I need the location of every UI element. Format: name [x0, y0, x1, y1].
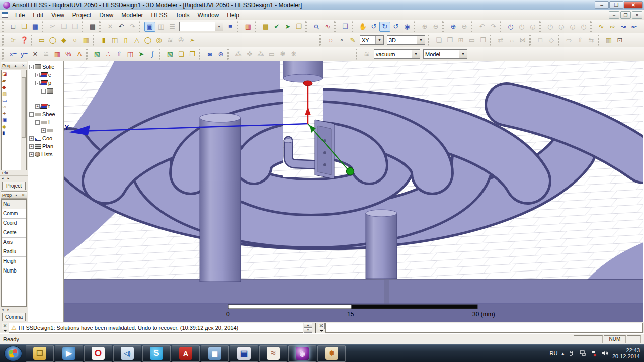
open-box-button[interactable]: ❏ [176, 49, 187, 59]
expand-icon[interactable]: + [35, 73, 40, 77]
restore-button[interactable]: ❐ [609, 1, 623, 9]
menu-item[interactable]: Window [194, 11, 223, 20]
pin-icon[interactable]: ▴ [14, 193, 18, 197]
draw-line-button[interactable]: ∿ [596, 22, 607, 32]
taskbar-save-utility[interactable]: ▤ [230, 345, 258, 362]
view-combo[interactable]: 3D▾ [387, 35, 425, 45]
expand-icon[interactable]: + [41, 128, 46, 133]
tree-item-sheet[interactable]: + [29, 126, 63, 134]
menu-item[interactable]: Tools [172, 11, 194, 20]
anim1-button[interactable]: ◴ [545, 22, 556, 32]
spin-down-icon[interactable]: ▼ [304, 328, 312, 333]
project-scrollbar[interactable] [21, 70, 26, 170]
history-fwd-button[interactable]: ◵ [527, 22, 538, 32]
draw-box-button[interactable]: ▦ [80, 35, 92, 45]
project-tree-icon[interactable]: ◆ [2, 123, 6, 130]
clock[interactable]: 22:43 20.12.2014 [612, 347, 640, 359]
selection-combo[interactable]: ▾ [179, 22, 223, 31]
rotate-axis-button[interactable]: ↺ [390, 22, 401, 32]
uncover-faces-button[interactable]: ◇ [546, 35, 557, 45]
plane-combo[interactable]: XY▾ [360, 35, 384, 45]
taskbar-skype[interactable]: S [142, 345, 171, 362]
bool-intersect-button[interactable]: ⊞ [455, 35, 466, 45]
menu-item[interactable]: Help [223, 11, 244, 20]
check-setup-button[interactable]: ▤ [260, 22, 271, 32]
taskbar-media-player[interactable]: ▶ [55, 345, 83, 362]
columns-button[interactable]: ▥ [52, 49, 63, 59]
bool-split-button[interactable]: ▭ [466, 35, 477, 45]
delete-button[interactable]: ✕ [105, 22, 116, 32]
components-button[interactable]: ∴ [103, 49, 114, 59]
menu-item[interactable]: Edit [29, 11, 47, 20]
stackup-button[interactable]: ≋ [361, 49, 372, 59]
mdi-close-button[interactable]: ✕ [632, 11, 642, 19]
draw-polygon-button[interactable]: ◆ [58, 35, 69, 45]
taskbar-adobe-reader[interactable]: A [172, 345, 200, 362]
snap3-button[interactable]: ⁂ [255, 49, 266, 59]
project-tree-icon[interactable]: ≋ [2, 104, 6, 110]
snap5-button[interactable]: ❃ [277, 49, 288, 59]
action-center-flag-icon[interactable] [590, 350, 597, 357]
material-box-button[interactable]: ▥ [603, 35, 614, 45]
view-undo-button[interactable]: ↶ [476, 22, 488, 32]
snap2-button[interactable]: ✜ [244, 49, 255, 59]
bool-imprint-button[interactable]: ❒ [477, 35, 489, 45]
model-combo[interactable]: Model▾ [423, 49, 467, 59]
print-button[interactable]: ▤ [87, 22, 98, 32]
tree-item-object[interactable]: - [29, 87, 63, 95]
local-variables-button[interactable]: x= [8, 49, 19, 59]
context-help-button[interactable]: ❓ [19, 35, 30, 45]
bool-unite-button[interactable]: ❏ [433, 35, 444, 45]
open-button[interactable]: ❒ [19, 22, 30, 32]
mdi-restore-button[interactable]: ❐ [620, 11, 631, 19]
expand-icon[interactable]: + [29, 136, 34, 141]
project-hscroll[interactable]: ◂ ▸ [0, 175, 28, 181]
anim2-button[interactable]: ◵ [556, 22, 567, 32]
message-close-button[interactable]: ✕ [2, 323, 8, 329]
expand-icon[interactable]: + [29, 152, 34, 157]
tab-command[interactable]: Comma [2, 313, 26, 321]
align-x-button[interactable]: ⇨ [564, 35, 575, 45]
panel-divider[interactable] [313, 323, 316, 333]
cover-lines-button[interactable]: □ [535, 35, 546, 45]
taskbar-opera[interactable]: O [84, 345, 112, 362]
project-tree-icon[interactable]: ▭ [2, 97, 7, 104]
tree-item-coordinate-systems[interactable]: + Coo [29, 134, 63, 142]
properties-table[interactable]: Na CommCoordCenteAxisRadiuHeighNumb [1, 199, 27, 307]
project-tree-icon[interactable]: ▮ [2, 130, 5, 136]
draw-polyhedron-button[interactable]: ◫ [109, 35, 120, 45]
measure-button[interactable]: ≌ [41, 49, 52, 59]
spin-up-icon[interactable]: ▲ [304, 323, 312, 328]
snapshot-button[interactable]: ◷ [505, 22, 516, 32]
mdi-minimize-button[interactable]: – [609, 11, 619, 19]
project-tree-icon[interactable]: ▰ [2, 77, 6, 84]
message-spinner[interactable]: ▲ ▼ [304, 323, 312, 333]
taskbar-paint[interactable]: ✸ [317, 345, 346, 362]
tree-item-solids[interactable]: - Solic [29, 63, 63, 71]
rotate-model-button[interactable]: ↺ [368, 22, 379, 32]
pin-icon[interactable]: ▴ [14, 64, 18, 68]
draw-region-button[interactable]: ◌ [325, 35, 336, 45]
minimize-button[interactable]: – [595, 1, 609, 9]
promote-button[interactable]: ⇧ [114, 49, 125, 59]
draw-cylinder-button[interactable]: ▮ [98, 35, 109, 45]
grid-plane-button[interactable]: ◫ [125, 49, 136, 59]
expand-icon[interactable]: - [29, 65, 34, 69]
pan-button[interactable]: ✋ [357, 22, 368, 32]
redo-button[interactable]: ↷ [127, 22, 138, 32]
tab-project[interactable]: Project [2, 182, 26, 190]
equation-curve-button[interactable]: ƒ [640, 22, 644, 32]
taskbar-ansoft-hfss[interactable]: ◉ [288, 345, 316, 362]
rotate-button[interactable]: ↔ [506, 35, 517, 45]
selection-list-button[interactable]: ≡ [225, 22, 236, 32]
close-icon[interactable]: ✕ [21, 64, 26, 68]
view-redo-button[interactable]: ↷ [488, 22, 499, 32]
network-icon[interactable] [579, 350, 586, 357]
select-face-button[interactable]: ◫ [155, 22, 167, 32]
draw-spline-button[interactable]: ∾ [607, 22, 618, 32]
draw-rectangle-button[interactable]: ▭ [36, 35, 47, 45]
align-y-button[interactable]: ⇧ [575, 35, 586, 45]
taskbar-control-app[interactable]: ▦ [201, 345, 229, 362]
project-tree-icon[interactable]: ▣ [2, 117, 7, 123]
tree-item-material[interactable]: + t [29, 102, 63, 110]
